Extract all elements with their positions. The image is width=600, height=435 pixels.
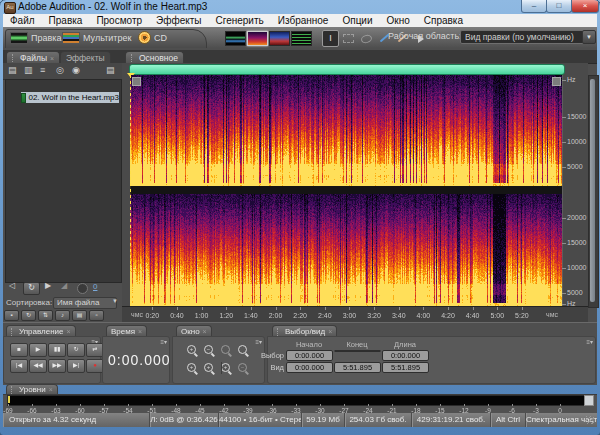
menu-item[interactable]: Эффекты [149, 14, 208, 27]
timeline-tick-label: 4:40 [460, 307, 485, 319]
selection-handle-right[interactable] [552, 77, 561, 86]
selection-handle-left[interactable] [132, 77, 141, 86]
zoom-vertical-out-icon[interactable]: − [238, 363, 247, 372]
zoom-row-2: + + + − [187, 363, 247, 372]
panel-menu-icon[interactable]: ≡▾ [586, 338, 593, 345]
selection-length-field[interactable]: 0:00.000 [382, 350, 429, 361]
workspace-dropdown-arrow[interactable]: ▼ [582, 30, 596, 44]
playhead-line[interactable] [130, 75, 131, 306]
file-list-item[interactable]: 02. Wolf in the Heart.mp3 [21, 92, 119, 103]
time-selection-tool[interactable]: I [322, 30, 339, 47]
time-display[interactable]: 0:00.000 [108, 352, 171, 368]
show-sessions-button[interactable]: ⇅ [38, 310, 53, 321]
status-segment: Открыто за 4.32 секунд [3, 413, 150, 427]
panel-menu-icon[interactable]: ≡▾ [160, 338, 167, 345]
spectral-frequency-display-button[interactable] [247, 31, 268, 46]
selection-start-field[interactable]: 0:00.000 [286, 350, 333, 361]
menu-item[interactable]: Избранное [271, 14, 336, 27]
marquee-selection-tool[interactable] [340, 30, 357, 47]
minimize-button[interactable]: – [521, 0, 547, 13]
show-loops-button[interactable]: ↻ [21, 310, 36, 321]
advanced-options-icon[interactable]: ▤ [106, 63, 115, 77]
multitrack-icon [62, 32, 80, 44]
menu-item[interactable]: Опции [335, 14, 379, 27]
resize-grip[interactable] [586, 416, 594, 424]
zoom-out-icon[interactable]: − [204, 345, 213, 354]
preview-loop-button[interactable]: ↻ [23, 282, 40, 295]
go-to-start-button[interactable]: |◀ [10, 359, 28, 373]
scrollbar-thumb[interactable] [590, 79, 595, 302]
panel-menu-icon[interactable]: ≡▾ [255, 338, 262, 345]
freq-label: 20000 [567, 214, 586, 221]
menu-item[interactable]: Окно [380, 14, 417, 27]
zoom-full-icon[interactable] [221, 345, 230, 354]
multitrack-view-button[interactable]: Мультитрек [62, 31, 131, 44]
preview-volume-icon[interactable]: ◢ [61, 281, 67, 290]
selection-end-field[interactable] [334, 350, 381, 352]
workspace-dropdown[interactable]: Вид правки (по умолчанию) [460, 30, 584, 44]
clip-indicator[interactable] [584, 395, 594, 406]
show-markers-button[interactable]: ▫ [89, 310, 104, 321]
menu-item[interactable]: Правка [42, 14, 90, 27]
sort-dropdown-arrow[interactable]: ▼ [112, 298, 118, 304]
zoom-in-icon[interactable]: + [187, 345, 196, 354]
workspace-label: Рабочая область: [388, 30, 456, 43]
show-midi-button[interactable]: ♪ [55, 310, 70, 321]
menu-item[interactable]: Сгенерить [209, 14, 271, 27]
menu-item[interactable]: Справка [417, 14, 470, 27]
close-tab-icon[interactable]: × [328, 327, 332, 337]
divider [221, 362, 222, 374]
view-end-field[interactable]: 5:51.895 [334, 362, 381, 373]
spectral-pan-display-button[interactable] [269, 31, 290, 46]
preview-play-icon[interactable]: ▶ [45, 281, 51, 290]
show-video-button[interactable]: ▤ [72, 310, 87, 321]
import-file-icon[interactable]: ▤ [8, 63, 17, 77]
cd-view-button[interactable]: CD [138, 31, 167, 44]
row-selection-label: Выбор [256, 351, 284, 360]
view-length-field[interactable]: 5:51.895 [382, 362, 429, 373]
waveform-icon [10, 32, 28, 44]
sort-dropdown[interactable]: Имя файла [53, 297, 117, 309]
spectral-phase-display-button[interactable] [291, 31, 312, 46]
menu-item[interactable]: Файл [3, 14, 42, 27]
maximize-button[interactable]: □ [546, 0, 572, 13]
zoom-vertical-in-icon[interactable]: + [221, 363, 230, 372]
preview-volume-knob[interactable] [77, 283, 88, 294]
close-file-icon[interactable]: ▥ [24, 63, 33, 77]
audition-window: { "window": {"title": "Adobe Audition - … [0, 0, 600, 435]
play-button[interactable]: ▶ [29, 343, 47, 357]
vertical-scrollbar[interactable] [588, 75, 599, 308]
close-tab-icon[interactable]: × [203, 327, 207, 337]
insert-cd-icon[interactable]: ◎ [56, 63, 64, 77]
status-segment: 429:31:19.21 своб. [412, 413, 491, 427]
zoom-in-right-icon[interactable]: + [204, 363, 213, 372]
lasso-selection-tool[interactable] [358, 30, 375, 47]
insert-multitrack-icon[interactable]: ≡ [40, 63, 45, 77]
close-tab-icon[interactable]: × [66, 327, 70, 337]
timeline-ticks: 0:200:401:001:201:402:002:202:403:003:20… [140, 307, 534, 319]
preview-gain-link[interactable]: 0 [93, 282, 97, 291]
edit-view-button[interactable]: Правка [10, 31, 61, 44]
preview-speaker-icon[interactable]: ◁ [9, 281, 15, 290]
timeline-tick-label: 5:20 [510, 307, 535, 319]
spectrogram-display[interactable] [130, 75, 562, 306]
close-tab-icon[interactable]: × [138, 327, 142, 337]
rewind-button[interactable]: ◀◀ [29, 359, 47, 373]
file-options-icon[interactable]: ◉ [72, 63, 80, 77]
fast-forward-button[interactable]: ▶▶ [48, 359, 66, 373]
menu-item[interactable]: Просмотр [89, 14, 149, 27]
timeline-ruler[interactable]: чмс 0:200:401:001:201:402:002:202:403:00… [122, 306, 588, 323]
stop-button[interactable]: ■ [10, 343, 28, 357]
overview-navigation-bar[interactable] [129, 64, 565, 75]
zoom-in-left-icon[interactable]: + [187, 363, 196, 372]
go-to-end-button[interactable]: ▶| [67, 359, 85, 373]
close-tab-icon[interactable]: × [50, 53, 54, 64]
show-waveforms-button[interactable]: ▪ [4, 310, 19, 321]
view-start-field[interactable]: 0:00.000 [286, 362, 333, 373]
waveform-display-button[interactable] [225, 31, 246, 46]
zoom-to-selection-icon[interactable] [238, 345, 247, 354]
frequency-ruler[interactable]: Hz 15000 10000 5000 20000 15000 10000 50… [562, 75, 589, 306]
pause-button[interactable]: ▮▮ [48, 343, 66, 357]
close-button[interactable]: × [571, 0, 599, 13]
play-looped-button[interactable]: ↻ [67, 343, 85, 357]
